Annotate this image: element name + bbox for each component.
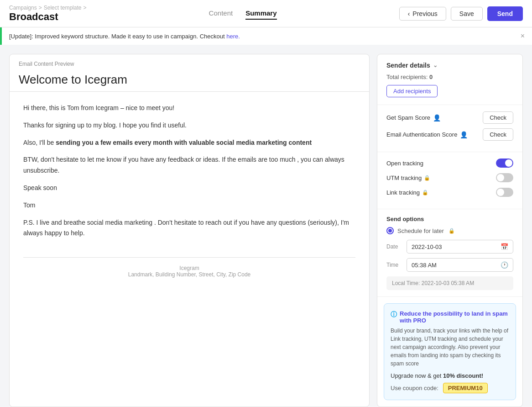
send-options-section: Send options Schedule for later 🔒 Date 2…: [377, 209, 522, 297]
banner-close-button[interactable]: ×: [521, 32, 525, 40]
auth-score-row: Email Authentication Score 👤 Check: [386, 128, 513, 141]
email-footer: Icegram Landmark, Building Number, Stree…: [23, 257, 355, 278]
recipients-label: Total recipients: 0: [386, 74, 433, 80]
sender-details-toggle[interactable]: Sender details ⌄: [386, 62, 513, 69]
local-time-value: 2022-10-03 05:38 AM: [422, 280, 474, 286]
email-para-speak: Speak soon: [23, 183, 355, 194]
email-para-tom: Tom: [23, 200, 355, 211]
email-footer-company: Icegram: [23, 265, 355, 271]
spam-score-check-button[interactable]: Check: [483, 111, 513, 124]
email-footer-address: Landmark, Building Number, Street, City,…: [23, 271, 355, 278]
breadcrumb-sep1: >: [39, 5, 42, 11]
tracking-section: Open tracking UTM tracking 🔒 Link tracki…: [377, 152, 522, 209]
page-header: Campaigns > Select template > Broadcast …: [0, 0, 532, 27]
pro-banner-title: ⓘ Reduce the possibility to land in spam…: [391, 310, 509, 324]
score-section: Get Spam Score 👤 Check Email Authenticat…: [377, 105, 522, 152]
local-time-display: Local Time: 2022-10-03 05:38 AM: [386, 276, 513, 290]
link-tracking-toggle[interactable]: [496, 188, 513, 197]
sidebar: Sender details ⌄ Total recipients: 0 Add…: [377, 54, 523, 407]
time-input[interactable]: 05:38 AM 🕐: [407, 258, 513, 272]
open-tracking-row: Open tracking: [386, 159, 513, 168]
auth-score-check-button[interactable]: Check: [483, 128, 513, 141]
preview-body[interactable]: Hi there, this is Tom from Icegram – nic…: [10, 92, 369, 407]
sender-section: Sender details ⌄ Total recipients: 0 Add…: [377, 54, 522, 105]
breadcrumb-campaigns[interactable]: Campaigns: [9, 5, 37, 11]
time-field-row: Time 05:38 AM 🕐: [386, 258, 513, 272]
info-icon: ⓘ: [391, 311, 397, 319]
send-options-label: Send options: [386, 216, 513, 222]
spam-score-row: Get Spam Score 👤 Check: [386, 111, 513, 124]
chevron-down-icon: ⌄: [433, 62, 438, 69]
toggle-thumb: [505, 159, 512, 167]
email-preview-panel: Email Content Preview Welcome to Icegram…: [9, 54, 370, 407]
coupon-badge: PREMIUM10: [443, 383, 488, 393]
email-para-also: Also, I'll be sending you a few emails e…: [23, 137, 355, 148]
chevron-left-icon: ‹: [408, 10, 410, 17]
toggle-thumb: [497, 189, 504, 196]
open-tracking-label: Open tracking: [386, 160, 423, 167]
breadcrumb-sep2: >: [83, 5, 86, 11]
date-input[interactable]: 2022-10-03 📅: [407, 240, 513, 254]
banner-text: [Update]: Improved keyword structure. Ma…: [9, 33, 240, 40]
update-banner: [Update]: Improved keyword structure. Ma…: [0, 27, 532, 45]
recipients-row: Total recipients: 0: [386, 74, 513, 80]
auth-score-icon: 👤: [460, 131, 468, 138]
utm-tracking-toggle[interactable]: [496, 173, 513, 182]
date-field-row: Date 2022-10-03 📅: [386, 240, 513, 254]
date-value: 2022-10-03: [412, 243, 442, 250]
breadcrumb-select-template[interactable]: Select template: [44, 5, 82, 11]
discount-text: 10% discount!: [443, 372, 483, 379]
preview-label: Email Content Preview: [10, 54, 369, 70]
schedule-radio[interactable]: [386, 227, 394, 234]
auth-score-label: Email Authentication Score 👤: [386, 131, 468, 138]
email-content: Hi there, this is Tom from Icegram – nic…: [23, 103, 355, 239]
email-subject-title: Welcome to Icegram: [10, 70, 369, 92]
header-actions: ‹ Previous Save Send: [399, 6, 523, 21]
toggle-thumb: [497, 174, 504, 181]
link-lock-icon: 🔒: [422, 190, 428, 196]
email-para-1: Hi there, this is Tom from Icegram – nic…: [23, 103, 355, 114]
time-value: 05:38 AM: [412, 262, 437, 269]
tab-summary[interactable]: Summary: [245, 7, 276, 20]
main-content: Email Content Preview Welcome to Icegram…: [0, 45, 532, 407]
local-time-label: Local Time:: [392, 280, 420, 286]
page-title: Broadcast: [9, 11, 86, 23]
pro-banner-body: Build your brand, track your links with …: [391, 327, 509, 368]
add-recipients-button[interactable]: Add recipients: [386, 85, 438, 97]
schedule-lock-icon: 🔒: [449, 228, 455, 234]
email-para-btw: BTW, don't hesitate to let me know if yo…: [23, 154, 355, 176]
previous-button[interactable]: ‹ Previous: [399, 7, 446, 21]
open-tracking-toggle[interactable]: [496, 159, 513, 168]
utm-tracking-label: UTM tracking 🔒: [386, 174, 430, 181]
date-label: Date: [386, 243, 403, 250]
tab-content[interactable]: Content: [209, 7, 233, 20]
time-label: Time: [386, 262, 403, 268]
sender-details-label: Sender details: [386, 62, 430, 69]
coupon-row: Use coupon code: PREMIUM10: [391, 383, 509, 393]
link-tracking-row: Link tracking 🔒: [386, 188, 513, 197]
link-tracking-label: Link tracking 🔒: [386, 189, 428, 196]
nav-tabs: Content Summary: [209, 7, 277, 20]
recipients-count: 0: [429, 74, 433, 80]
schedule-label: Schedule for later: [397, 227, 444, 234]
coupon-label: Use coupon code:: [391, 385, 438, 391]
spam-score-label: Get Spam Score 👤: [386, 114, 441, 122]
send-button[interactable]: Send: [487, 6, 523, 21]
email-para-2: Thanks for signing up to my blog. I hope…: [23, 120, 355, 131]
banner-link[interactable]: here.: [226, 33, 240, 40]
utm-lock-icon: 🔒: [424, 175, 430, 181]
utm-tracking-row: UTM tracking 🔒: [386, 173, 513, 182]
header-left: Campaigns > Select template > Broadcast: [9, 5, 86, 23]
clock-icon: 🕐: [501, 261, 508, 269]
save-button[interactable]: Save: [451, 7, 483, 21]
calendar-icon: 📅: [501, 243, 508, 250]
pro-upgrade-text: Upgrade now & get 10% discount!: [391, 372, 509, 379]
schedule-row: Schedule for later 🔒: [386, 227, 513, 234]
pro-upgrade-banner: ⓘ Reduce the possibility to land in spam…: [384, 303, 516, 400]
email-para-ps: P.S. I live and breathe social media mar…: [23, 217, 355, 239]
breadcrumb: Campaigns > Select template >: [9, 5, 86, 11]
spam-score-icon: 👤: [433, 114, 441, 122]
